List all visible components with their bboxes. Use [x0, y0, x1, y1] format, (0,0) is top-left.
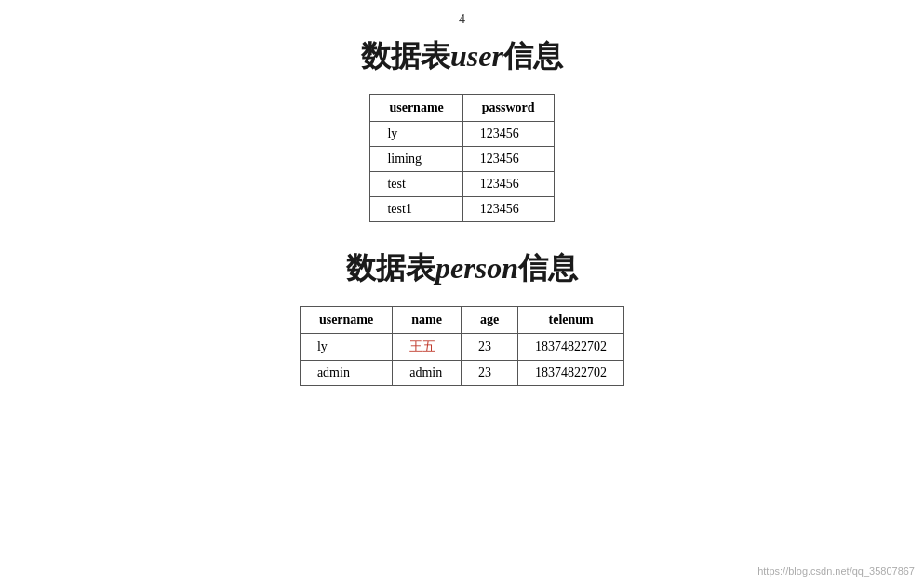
- person-table: username name age telenum ly王五2318374822…: [300, 306, 624, 386]
- table-row: ly王五2318374822702: [300, 334, 623, 361]
- person-col-telenum: telenum: [518, 307, 624, 334]
- person-section-title: 数据表person信息: [0, 248, 924, 289]
- table-row: test123456: [370, 172, 554, 197]
- table-cell: admin: [300, 361, 392, 386]
- user-section-title: 数据表user信息: [0, 36, 924, 77]
- table-row: ly123456: [370, 122, 554, 147]
- table-cell: test: [370, 172, 462, 197]
- user-title-suffix: 信息: [503, 39, 563, 73]
- table-cell: 王五: [393, 334, 462, 361]
- user-title-prefix: 数据表: [361, 39, 450, 73]
- table-cell: 18374822702: [518, 334, 624, 361]
- table-cell: 123456: [462, 197, 554, 222]
- person-col-username: username: [300, 307, 392, 334]
- table-cell: 23: [461, 361, 517, 386]
- table-cell: 123456: [462, 147, 554, 172]
- person-col-name: name: [393, 307, 462, 334]
- table-cell: liming: [370, 147, 462, 172]
- table-row: adminadmin2318374822702: [300, 361, 623, 386]
- table-cell: 123456: [462, 122, 554, 147]
- table-cell: 123456: [462, 172, 554, 197]
- table-row: test1123456: [370, 197, 554, 222]
- table-cell: admin: [393, 361, 462, 386]
- person-title-suffix: 信息: [518, 251, 578, 285]
- page-number: 4: [0, 5, 924, 27]
- watermark: https://blog.csdn.net/qq_35807867: [757, 565, 915, 577]
- person-table-header-row: username name age telenum: [300, 307, 623, 334]
- table-cell: ly: [300, 334, 392, 361]
- user-col-password: password: [462, 95, 554, 122]
- person-table-container: username name age telenum ly王五2318374822…: [0, 306, 924, 386]
- table-row: liming123456: [370, 147, 554, 172]
- user-title-en: user: [450, 39, 503, 73]
- user-table-header-row: username password: [370, 95, 554, 122]
- table-cell: 18374822702: [518, 361, 624, 386]
- person-title-en: person: [435, 251, 518, 285]
- user-col-username: username: [370, 95, 462, 122]
- user-table: username password ly123456liming123456te…: [369, 94, 554, 222]
- table-cell: ly: [370, 122, 462, 147]
- table-cell: test1: [370, 197, 462, 222]
- person-col-age: age: [461, 307, 517, 334]
- table-cell: 23: [461, 334, 517, 361]
- user-table-container: username password ly123456liming123456te…: [0, 94, 924, 222]
- person-title-prefix: 数据表: [346, 251, 435, 285]
